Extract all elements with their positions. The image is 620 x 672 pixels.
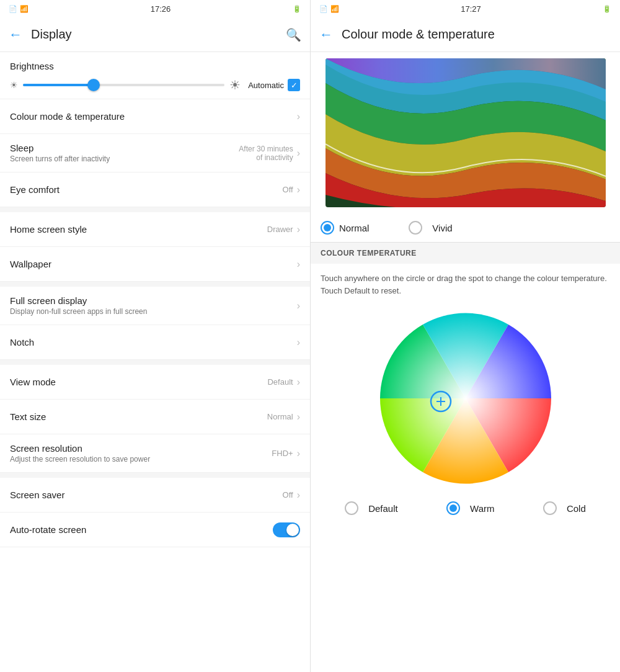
automatic-checkbox[interactable]: ✓ — [288, 79, 300, 91]
item-value-sleep: After 30 minutesof inactivity — [239, 145, 293, 162]
chevron-wallpaper: › — [297, 259, 300, 270]
item-value-text-size: Normal — [267, 412, 293, 421]
item-content-full-screen: Full screen display Display non-full scr… — [10, 295, 297, 316]
wifi-icon-right: 📶 — [330, 5, 339, 13]
item-title-eye-comfort: Eye comfort — [10, 184, 283, 195]
item-title-text-size: Text size — [10, 411, 267, 422]
colour-mode-row: Normal Vivid — [311, 213, 620, 243]
radio-label-default: Default — [368, 503, 398, 514]
item-subtitle-sleep: Screen turns off after inactivity — [10, 155, 239, 163]
time-right: 17:27 — [461, 4, 481, 14]
item-title-wallpaper: Wallpaper — [10, 259, 297, 269]
automatic-row: Automatic ✓ — [248, 79, 300, 91]
rainbow-image-container — [311, 52, 620, 213]
item-content-notch: Notch — [10, 337, 297, 347]
brightness-fill — [23, 84, 94, 86]
item-content-screen-saver: Screen saver — [10, 490, 283, 500]
settings-list: Brightness ☀ ☀ Automatic ✓ Colour mode &… — [0, 52, 310, 672]
item-title-screen-res: Screen resolution — [10, 443, 272, 454]
item-value-screen-res: FHD+ — [272, 449, 293, 458]
setting-item-sleep[interactable]: Sleep Screen turns off after inactivity … — [0, 134, 310, 172]
color-wheel-wrapper[interactable] — [311, 305, 620, 491]
brightness-section: Brightness ☀ ☀ Automatic ✓ — [0, 52, 310, 99]
setting-item-screen-res[interactable]: Screen resolution Adjust the screen reso… — [0, 434, 310, 473]
status-icons-left: 📄 📶 — [9, 5, 29, 13]
top-bar-right: ← Colour mode & temperature — [311, 17, 620, 52]
item-content-screen-res: Screen resolution Adjust the screen reso… — [10, 443, 272, 464]
item-content-sleep: Sleep Screen turns off after inactivity — [10, 143, 239, 163]
item-content-colour-mode: Colour mode & temperature — [10, 111, 297, 122]
chevron-text-size: › — [297, 411, 300, 423]
setting-item-view-mode[interactable]: View mode Default › — [0, 365, 310, 400]
radio-default-temp[interactable]: Default — [345, 501, 398, 515]
back-button-right[interactable]: ← — [319, 27, 333, 43]
item-title-colour-mode: Colour mode & temperature — [10, 111, 297, 122]
battery-left: 🔋 — [293, 5, 301, 13]
rainbow-image — [326, 58, 606, 207]
colour-temp-header: COLOUR TEMPERATURE — [311, 243, 620, 264]
setting-item-notch[interactable]: Notch › — [0, 325, 310, 360]
sun-icon-small: ☀ — [10, 80, 18, 90]
time-left: 17:26 — [151, 4, 171, 14]
item-content-wallpaper: Wallpaper — [10, 259, 297, 269]
item-title-home-screen: Home screen style — [10, 224, 267, 235]
automatic-label: Automatic — [248, 81, 284, 90]
radio-outer-cold — [543, 501, 557, 515]
radio-outer-vivid — [409, 221, 422, 235]
auto-rotate-toggle[interactable] — [273, 522, 300, 537]
battery-right: 🔋 — [603, 5, 611, 13]
item-content-auto-rotate: Auto-rotate screen — [10, 524, 273, 535]
chevron-colour-mode: › — [297, 111, 300, 122]
radio-label-cold: Cold — [567, 503, 586, 514]
setting-item-auto-rotate[interactable]: Auto-rotate screen — [0, 513, 310, 547]
temp-radio-row: Default Warm Cold — [311, 491, 620, 525]
brightness-thumb[interactable] — [87, 79, 100, 91]
radio-cold-temp[interactable]: Cold — [543, 501, 586, 515]
item-title-notch: Notch — [10, 337, 297, 347]
status-bar-right: 📄 📶 17:27 🔋 — [311, 0, 620, 17]
setting-item-wallpaper[interactable]: Wallpaper › — [0, 247, 310, 282]
item-content-text-size: Text size — [10, 411, 267, 422]
chevron-sleep: › — [297, 148, 300, 159]
item-value-home-screen: Drawer — [267, 225, 293, 234]
item-content-home-screen: Home screen style — [10, 224, 267, 235]
rainbow-svg — [326, 58, 606, 207]
color-wheel[interactable] — [379, 311, 552, 485]
left-panel: 📄 📶 17:26 🔋 ← Display 🔍 Brightness ☀ ☀ — [0, 0, 310, 672]
section-divider-3 — [0, 360, 310, 365]
color-wheel-svg — [379, 311, 552, 485]
radio-warm-temp[interactable]: Warm — [446, 501, 494, 515]
right-panel: 📄 📶 17:27 🔋 ← Colour mode & temperature — [310, 0, 620, 672]
item-title-view-mode: View mode — [10, 377, 267, 387]
top-bar-left: ← Display 🔍 — [0, 17, 310, 52]
setting-item-screen-saver[interactable]: Screen saver Off › — [0, 478, 310, 513]
brightness-row: ☀ ☀ Automatic ✓ — [10, 78, 300, 92]
colour-temp-desc: Touch anywhere on the circle or drag the… — [311, 264, 620, 305]
brightness-slider[interactable] — [23, 84, 224, 86]
item-title-sleep: Sleep — [10, 143, 239, 153]
item-title-auto-rotate: Auto-rotate screen — [10, 524, 273, 535]
svg-point-3 — [380, 313, 551, 484]
brightness-label: Brightness — [10, 61, 300, 71]
sun-icon-large: ☀ — [229, 78, 241, 92]
item-value-view-mode: Default — [267, 377, 293, 387]
back-button-left[interactable]: ← — [9, 27, 22, 43]
radio-normal[interactable]: Normal — [321, 221, 369, 235]
chevron-view-mode: › — [297, 377, 300, 388]
radio-outer-default — [345, 501, 358, 515]
setting-item-colour-mode[interactable]: Colour mode & temperature › — [0, 99, 310, 134]
item-title-full-screen: Full screen display — [10, 295, 297, 306]
section-divider-1 — [0, 207, 310, 212]
setting-item-full-screen[interactable]: Full screen display Display non-full scr… — [0, 287, 310, 325]
setting-item-eye-comfort[interactable]: Eye comfort Off › — [0, 172, 310, 207]
radio-inner-warm — [450, 504, 457, 512]
setting-item-text-size[interactable]: Text size Normal › — [0, 400, 310, 434]
radio-vivid[interactable]: Vivid — [409, 221, 452, 235]
battery-icon-right: 🔋 — [603, 5, 611, 13]
radio-inner-normal — [324, 224, 331, 231]
search-icon-left[interactable]: 🔍 — [286, 27, 301, 42]
chevron-screen-res: › — [297, 448, 300, 459]
setting-item-home-screen[interactable]: Home screen style Drawer › — [0, 212, 310, 247]
item-content-eye-comfort: Eye comfort — [10, 184, 283, 195]
chevron-screen-saver: › — [297, 490, 300, 501]
